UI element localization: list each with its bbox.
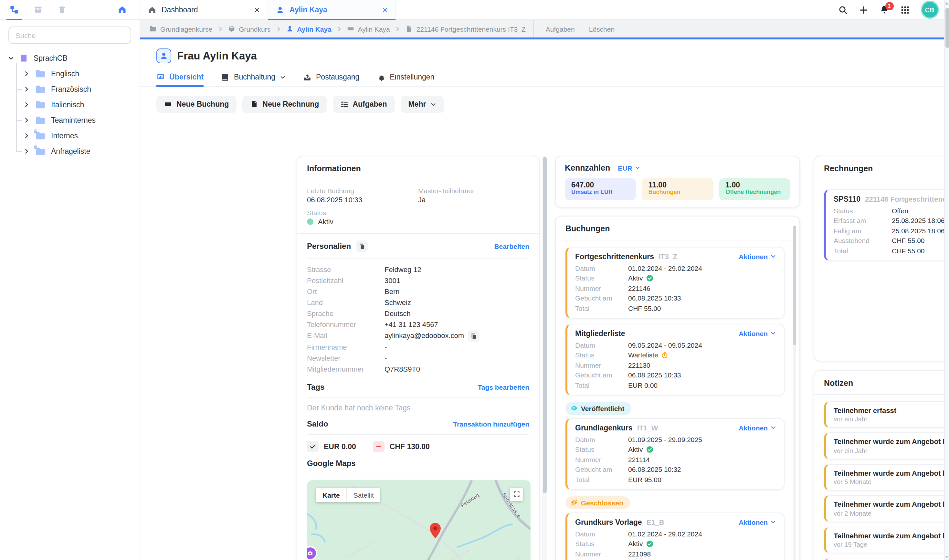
fullscreen-icon[interactable] <box>510 488 523 500</box>
aufgaben-button[interactable]: Aufgaben <box>332 95 395 113</box>
breadcrumb-label: Grundlagenkurse <box>160 25 212 32</box>
note-item[interactable]: Teilnehmer wurde zum Angebot hinzugefügt… <box>824 526 949 553</box>
scroll-down-arrow[interactable] <box>946 555 948 558</box>
buchungen-panel: Buchungen Fortgeschrittenenkurs IT3_Z Ak… <box>555 215 800 560</box>
tree-view-icon[interactable] <box>9 5 19 15</box>
tab-einstellungen[interactable]: Einstellungen <box>377 73 434 87</box>
note-item[interactable]: Teilnehmer wurde zum Angebot hinzugefügt… <box>824 464 949 491</box>
neue-rechnung-button[interactable]: Neue Rechnung <box>242 95 327 113</box>
chevron-right-icon[interactable] <box>23 117 30 123</box>
satellit-button[interactable]: Satellit <box>346 488 380 502</box>
tab-dashboard[interactable]: Dashboard <box>140 0 268 19</box>
overview-chart-icon <box>156 73 165 81</box>
field-label: Status <box>307 208 529 216</box>
sidebar-item-anfrageliste[interactable]: Anfrageliste <box>10 143 133 159</box>
note-item[interactable]: Teilnehmer wurde zum Angebot hinzugefügt… <box>824 495 949 522</box>
breadcrumb-aylin-kaya-person[interactable]: Aylin Kaya <box>286 25 332 32</box>
breadcrumb-label: 221146 Fortgeschrittenenkurs IT3_Z <box>417 25 526 32</box>
panel-scrollbar[interactable] <box>793 225 796 560</box>
tab-uebersicht[interactable]: Übersicht <box>156 73 203 87</box>
tab-postausgang[interactable]: Postausgang <box>303 73 359 87</box>
sidebar-item-englisch[interactable]: Englisch <box>10 66 133 82</box>
aktionen-dropdown[interactable]: Aktionen <box>739 518 776 526</box>
apps-grid-icon[interactable] <box>900 5 910 15</box>
sidebar-item-internes[interactable]: Internes <box>10 128 133 143</box>
chevron-right-icon <box>217 26 223 31</box>
window-scrollbar[interactable] <box>944 0 949 560</box>
tags-title: Tags <box>307 382 325 391</box>
aufgaben-action[interactable]: Aufgaben <box>542 25 575 32</box>
booking-name: Mitgliederliste <box>575 329 625 337</box>
aktionen-dropdown[interactable]: Aktionen <box>739 329 776 337</box>
tab-buchhaltung[interactable]: Buchhaltung <box>221 73 286 87</box>
column-scrollbar[interactable] <box>542 155 547 560</box>
breadcrumb-kurs-221146[interactable]: 221146 Fortgeschrittenenkurs IT3_Z <box>406 25 526 32</box>
booking-card[interactable]: Grundkurs Vorlage E1_B Aktionen Datum01.… <box>566 512 784 560</box>
invoice-card[interactable]: SPS110 221146 Fortgeschrittenenkurs IT3_… <box>824 189 949 261</box>
note-item[interactable]: Teilnehmer wurde zum Angebot hinzugefügt… <box>824 432 949 459</box>
breadcrumb-aylin-kaya-booking[interactable]: Aylin Kaya <box>347 25 390 32</box>
search-input[interactable] <box>8 26 131 44</box>
scrollbar-thumb[interactable] <box>543 157 546 493</box>
aktionen-dropdown[interactable]: Aktionen <box>739 252 776 260</box>
avatar[interactable]: CB <box>921 1 939 19</box>
document-icon <box>406 25 413 32</box>
chevron-right-icon[interactable] <box>23 132 30 139</box>
neue-buchung-button[interactable]: Neue Buchung <box>156 95 237 113</box>
tab-aylin-kaya[interactable]: Aylin Kaya <box>268 0 396 19</box>
chevron-right-icon[interactable] <box>23 86 30 92</box>
saldo-title: Saldo <box>307 419 328 428</box>
close-icon[interactable] <box>382 7 388 12</box>
mehr-button[interactable]: Mehr <box>400 95 444 113</box>
copy-icon[interactable] <box>356 240 368 252</box>
kpi-label: Umsatz in EUR <box>571 189 630 195</box>
note-item[interactable]: Teilnehmer erfasst vor ein Jahr <box>824 401 949 428</box>
chevron-down-icon <box>770 425 776 431</box>
chevron-right-icon[interactable] <box>23 71 30 77</box>
sidebar-item-franzoesisch[interactable]: Französisch <box>10 82 133 97</box>
chevron-right-icon[interactable] <box>23 102 30 108</box>
tree-children: Englisch Französisch Italienisch <box>10 66 133 159</box>
transaktion-hinzufuegen-link[interactable]: Transaktion hinzufügen <box>453 420 529 428</box>
bearbeiten-link[interactable]: Bearbeiten <box>494 242 529 250</box>
invoice-code: SPS110 <box>834 195 860 203</box>
loeschen-action[interactable]: Löschen <box>585 25 615 32</box>
breadcrumb-grundkurs[interactable]: Grundkurs <box>228 25 271 32</box>
browser-tabstrip: Dashboard Aylin Kaya 1 CB <box>140 0 949 20</box>
copy-icon[interactable] <box>468 330 480 342</box>
booking-card[interactable]: Grundlagenkurs IT1_W Aktionen Datum01.09… <box>566 418 784 489</box>
eye-off-icon <box>571 499 578 506</box>
sidebar-item-teaminternes[interactable]: Teaminternes <box>10 112 133 128</box>
currency-value: EUR <box>618 164 632 172</box>
note-item[interactable]: Teilnehmer wurde zum Angebot hinzugefügt… <box>824 558 949 560</box>
scrollbar-thumb[interactable] <box>945 8 949 48</box>
check-circle-icon <box>646 540 653 548</box>
loeschen-label: Löschen <box>589 25 615 32</box>
notifications-bell-icon[interactable]: 1 <box>879 5 889 15</box>
tab-label: Aylin Kaya <box>289 6 327 14</box>
trash-icon[interactable] <box>57 5 66 15</box>
close-icon[interactable] <box>254 7 260 12</box>
chevron-down-icon[interactable] <box>8 55 14 62</box>
scrollbar-thumb[interactable] <box>793 225 796 345</box>
tree-root-sprachcb[interactable]: SprachCB <box>6 51 133 66</box>
home-icon[interactable] <box>117 5 127 15</box>
archive-icon[interactable] <box>33 5 43 15</box>
sidebar-item-italienisch[interactable]: Italienisch <box>10 97 133 112</box>
add-icon[interactable] <box>858 5 868 15</box>
scroll-up-arrow[interactable] <box>946 2 948 5</box>
booking-card[interactable]: Mitgliederliste Aktionen Datum09.05.2024… <box>566 323 784 395</box>
chevron-right-icon <box>275 26 281 31</box>
breadcrumb-grundlagenkurse[interactable]: Grundlagenkurse <box>149 25 212 32</box>
chevron-right-icon[interactable] <box>23 148 30 154</box>
google-map[interactable]: Feldweg Bernstrasse Feldweg Karte Satell… <box>307 480 531 560</box>
geschlossen-badge: Geschlossen <box>566 496 631 509</box>
participant-icon <box>156 48 171 63</box>
kpi-cards: 647.00 Umsatz in EUR 11.00 Buchungen 1.0… <box>565 178 791 200</box>
karte-button[interactable]: Karte <box>316 488 346 502</box>
currency-select[interactable]: EUR <box>618 164 640 172</box>
booking-card[interactable]: Fortgeschrittenenkurs IT3_Z Aktionen Dat… <box>566 246 784 318</box>
aktionen-dropdown[interactable]: Aktionen <box>739 424 776 431</box>
tags-bearbeiten-link[interactable]: Tags bearbeiten <box>478 383 530 391</box>
search-icon[interactable] <box>838 5 847 15</box>
